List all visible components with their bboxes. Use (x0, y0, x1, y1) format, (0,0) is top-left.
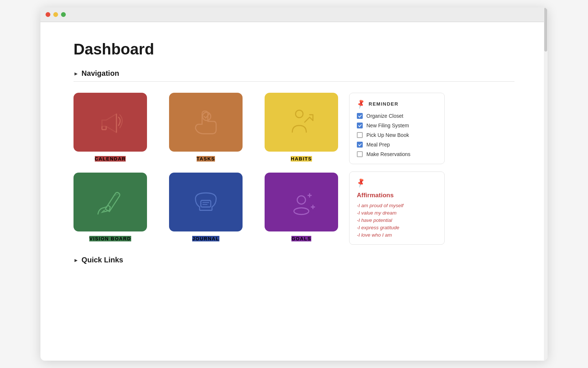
nav-card-calendar[interactable]: CALENDAR (74, 93, 147, 162)
reminder-list: Organize Closet New Filing System Pick U… (357, 113, 437, 157)
nav-card-habits[interactable]: HABITS (265, 93, 338, 162)
pin-icon-affirmations: 📌 (355, 177, 366, 188)
quick-links-header[interactable]: ► Quick Links (74, 256, 514, 264)
reminder-item-1[interactable]: New Filing System (357, 123, 437, 128)
sidebar-widgets: 📌 REMINDER Organize Closet (349, 93, 445, 245)
nav-card-tasks[interactable]: TASKS (169, 93, 243, 162)
reminder-title: REMINDER (369, 101, 398, 107)
svg-point-11 (294, 208, 309, 215)
affirmation-list: -I am proud of myself -I value my dream … (357, 203, 437, 238)
reminder-widget: 📌 REMINDER Organize Closet (349, 93, 445, 164)
quick-links-section-title: Quick Links (82, 256, 123, 264)
reminder-text-4: Make Reservations (366, 151, 410, 157)
main-grid: CALENDAR TASKS (74, 93, 514, 245)
minimize-button[interactable] (53, 12, 58, 17)
reminder-item-2[interactable]: Pick Up New Book (357, 132, 437, 138)
affirmation-item-3: -I express gratitude (357, 225, 437, 230)
reminder-item-4[interactable]: Make Reservations (357, 151, 437, 157)
nav-card-goals[interactable]: GOALS (265, 173, 338, 241)
svg-point-4 (295, 110, 303, 117)
affirmation-item-0: -I am proud of myself (357, 203, 437, 208)
megaphone-icon (94, 106, 127, 139)
checkbox-new-filing[interactable] (357, 123, 363, 128)
main-content: Dashboard ► Navigation (40, 22, 548, 279)
svg-point-10 (297, 196, 306, 204)
svg-rect-6 (201, 201, 211, 207)
card-tile-vision (74, 173, 147, 231)
person-growth-icon (285, 106, 318, 139)
nav-cards-grid: CALENDAR TASKS (74, 93, 338, 241)
reminder-text-0: Organize Closet (366, 113, 403, 119)
person-target-icon (285, 185, 318, 219)
titlebar (40, 7, 548, 22)
close-button[interactable] (46, 12, 50, 17)
card-tile-journal (169, 173, 243, 231)
card-label-journal: JOURNAL (192, 236, 219, 241)
scrollbar-track[interactable] (544, 7, 548, 361)
navigation-divider (74, 81, 514, 82)
navigation-section-header[interactable]: ► Navigation (74, 69, 514, 78)
affirmations-widget: 📌 Affirmations -I am proud of myself -I … (349, 171, 445, 245)
checkbox-organize-closet[interactable] (357, 113, 363, 119)
app-window: Dashboard ► Navigation (40, 7, 548, 361)
checkbox-pick-up-book[interactable] (357, 132, 363, 138)
hand-check-icon (189, 106, 222, 139)
reminder-widget-header: 📌 REMINDER (357, 100, 437, 108)
reminder-item-3[interactable]: Meal Prep (357, 142, 437, 148)
quick-links-arrow-icon: ► (74, 257, 79, 263)
reminder-text-3: Meal Prep (366, 142, 390, 148)
navigation-section-title: Navigation (82, 69, 119, 78)
card-label-calendar: CALENDAR (95, 156, 126, 162)
card-tile-calendar (74, 93, 147, 152)
affirmation-item-2: -I have potential (357, 217, 437, 223)
pin-icon-reminder: 📌 (355, 98, 366, 109)
navigation-arrow-icon: ► (74, 71, 79, 77)
quick-links-section: ► Quick Links (74, 256, 514, 264)
nav-card-vision[interactable]: VISION BOARD (74, 173, 147, 241)
checkbox-meal-prep[interactable] (357, 142, 363, 148)
card-label-vision: VISION BOARD (89, 236, 131, 241)
card-label-tasks: TASKS (197, 156, 215, 162)
nav-card-journal[interactable]: JOURNAL (169, 173, 243, 241)
reminder-item-0[interactable]: Organize Closet (357, 113, 437, 119)
page-title: Dashboard (74, 40, 514, 58)
affirmations-widget-header: 📌 (357, 178, 437, 187)
reminder-text-2: Pick Up New Book (366, 132, 409, 138)
card-tile-tasks (169, 93, 243, 152)
maximize-button[interactable] (61, 12, 66, 17)
card-label-habits: HABITS (291, 156, 312, 162)
pencil-hand-icon (94, 185, 127, 219)
card-tile-goals (265, 173, 338, 231)
scrollbar-thumb[interactable] (544, 7, 547, 52)
card-label-goals: GOALS (291, 236, 311, 241)
card-tile-habits (265, 93, 338, 152)
reminder-text-1: New Filing System (366, 123, 409, 128)
checkbox-make-reservations[interactable] (357, 151, 363, 157)
affirmation-item-4: -I love who I am (357, 232, 437, 238)
affirmation-item-1: -I value my dream (357, 210, 437, 216)
head-note-icon (189, 185, 222, 219)
affirmations-title: Affirmations (357, 192, 437, 199)
